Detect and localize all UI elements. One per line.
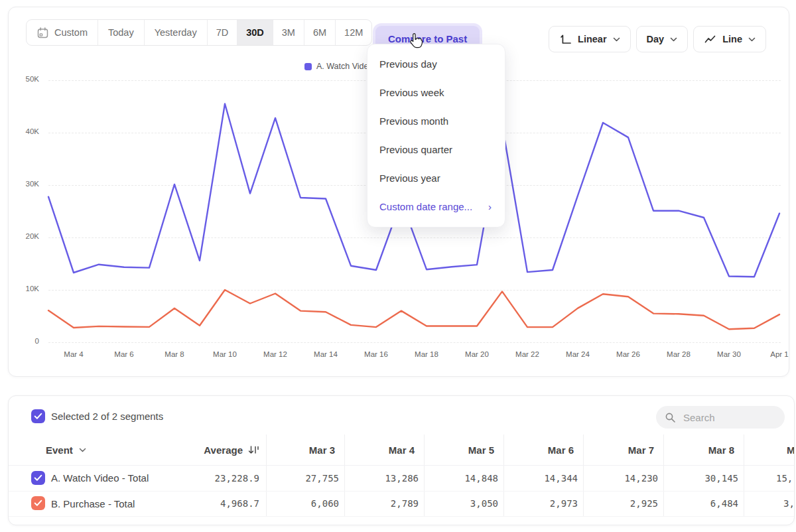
column-header-mar-8[interactable]: Mar 8 <box>708 434 734 465</box>
cell-value: 14,848 <box>464 465 498 491</box>
cell-value: 2,789 <box>391 491 419 516</box>
range-button-custom[interactable]: Custom <box>27 20 98 45</box>
column-header-event[interactable]: Event <box>46 434 86 465</box>
cell-value: 6,484 <box>710 491 738 516</box>
cell-average: 23,228.9 <box>215 465 259 491</box>
compare-menu: Previous dayPrevious weekPrevious monthP… <box>367 44 505 228</box>
range-button-label: Today <box>108 27 134 38</box>
scale-select-label: Linear <box>578 34 607 44</box>
menu-item-previous-day[interactable]: Previous day <box>367 50 505 78</box>
column-header-label: Event <box>46 444 73 456</box>
cell-value: 2,973 <box>550 491 578 516</box>
checkmark-icon <box>34 413 42 420</box>
cell-value: 6,060 <box>311 491 339 516</box>
chevron-right-icon: › <box>488 201 492 212</box>
search-icon <box>665 412 676 423</box>
select-all-checkbox[interactable] <box>31 409 45 423</box>
chart-type-select-label: Line <box>722 34 742 44</box>
table-row: A. Watch Video - Total23,228.927,75513,2… <box>9 465 794 492</box>
range-button-6m[interactable]: 6M <box>304 20 335 45</box>
cell-value: 2,925 <box>630 491 658 516</box>
range-button-today[interactable]: Today <box>98 20 144 45</box>
range-button-label: 7D <box>216 27 229 38</box>
range-button-label: 3M <box>282 27 295 38</box>
cell-value: 27,755 <box>305 465 339 491</box>
menu-item-label: Custom date range... <box>379 201 472 212</box>
chevron-down-icon <box>79 448 86 452</box>
search-box[interactable] <box>656 406 785 429</box>
menu-item-previous-year[interactable]: Previous year <box>367 164 505 192</box>
legend-item-a-watch-video[interactable]: A. Watch Video <box>304 62 373 71</box>
chevron-down-icon <box>670 37 677 42</box>
cell-value: 13,286 <box>385 465 419 491</box>
search-input[interactable] <box>682 411 777 424</box>
interval-select[interactable]: Day <box>636 26 689 52</box>
event-label: B. Purchase - Total <box>51 491 135 516</box>
checkmark-icon <box>34 474 42 482</box>
selected-count-label: Selected 2 of 2 segments <box>51 411 163 422</box>
event-label: A. Watch Video - Total <box>51 465 149 491</box>
view-controls: Linear Day Line <box>549 26 766 52</box>
cell-value: 3, <box>783 491 795 516</box>
cell-value: 3,050 <box>470 491 498 516</box>
menu-item-previous-quarter[interactable]: Previous quarter <box>367 135 505 164</box>
legend-label: A. Watch Video <box>316 62 373 71</box>
range-button-yesterday[interactable]: Yesterday <box>144 20 207 45</box>
column-header-mar-4[interactable]: Mar 4 <box>389 434 415 465</box>
series-line-b-purchase <box>48 290 779 329</box>
menu-item-previous-month[interactable]: Previous month <box>367 107 505 135</box>
legend-swatch <box>304 63 312 70</box>
range-button-label: 12M <box>344 27 363 38</box>
chart-type-select[interactable]: Line <box>693 26 766 52</box>
scale-select[interactable]: Linear <box>549 26 631 52</box>
column-header-mar-3[interactable]: Mar 3 <box>309 434 335 465</box>
range-button-label: 30D <box>246 27 264 38</box>
range-button-30d[interactable]: 30D <box>237 20 273 45</box>
sort-descending-icon <box>248 444 259 455</box>
cell-value: 30,145 <box>704 465 738 491</box>
column-header-mar-6[interactable]: Mar 6 <box>548 434 574 465</box>
range-button-12m[interactable]: 12M <box>335 20 371 45</box>
column-header-mar-5[interactable]: Mar 5 <box>468 434 494 465</box>
column-header-mar-7[interactable]: Mar 7 <box>628 434 654 465</box>
table-header-row: EventAverageMar 3Mar 4Mar 5Mar 6Mar 7Mar… <box>9 434 794 466</box>
date-range-group: CustomTodayYesterday7D30D3M6M12M <box>26 19 372 46</box>
chevron-down-icon <box>748 37 756 42</box>
range-button-label: Custom <box>54 27 88 38</box>
segments-card: Selected 2 of 2 segments EventAverageMar… <box>8 395 795 525</box>
row-checkbox[interactable] <box>31 496 45 510</box>
column-header-average[interactable]: Average <box>204 434 259 465</box>
interval-select-label: Day <box>647 34 665 44</box>
menu-item-previous-week[interactable]: Previous week <box>367 78 505 107</box>
cell-value: 15, <box>776 465 793 491</box>
menu-item-custom-date-range[interactable]: Custom date range...› <box>367 192 505 221</box>
table-row: B. Purchase - Total4,968.76,0602,7893,05… <box>9 491 794 517</box>
cell-value: 14,344 <box>544 465 578 491</box>
range-button-3m[interactable]: 3M <box>273 20 304 45</box>
cell-average: 4,968.7 <box>220 491 259 516</box>
row-checkbox[interactable] <box>31 471 45 485</box>
range-button-label: Yesterday <box>155 27 197 38</box>
range-button-7d[interactable]: 7D <box>207 20 237 45</box>
cell-value: 14,230 <box>624 465 658 491</box>
line-chart-icon <box>704 33 716 45</box>
chevron-down-icon <box>613 37 620 42</box>
checkmark-icon <box>34 499 42 507</box>
calendar-icon <box>36 27 49 39</box>
column-header-label: Average <box>204 444 243 456</box>
axis-icon <box>559 33 572 45</box>
range-button-label: 6M <box>313 27 326 38</box>
column-header-mar-9[interactable]: Mar 9 <box>787 434 795 465</box>
